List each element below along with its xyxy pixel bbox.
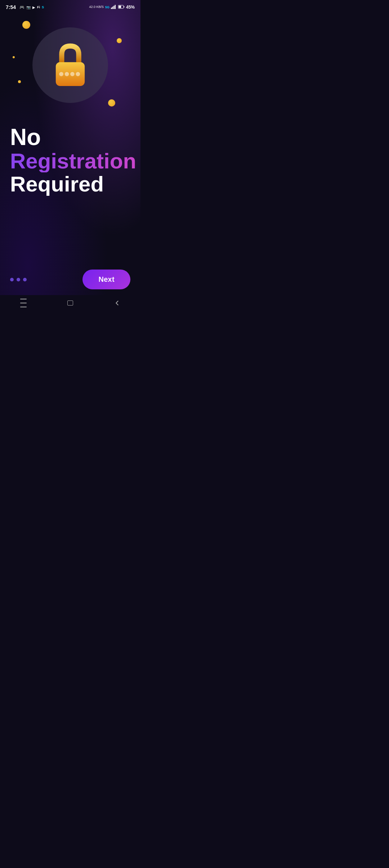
battery-icon (118, 5, 125, 10)
network-type: 5G (105, 5, 109, 9)
fi-icon: Fi (37, 5, 40, 9)
svg-rect-0 (111, 8, 112, 9)
status-bar: 7:54 🎮 📷 ▶ Fi S 42.0 KB/S 5G (0, 0, 140, 13)
svg-rect-3 (115, 5, 116, 9)
icon-area (10, 27, 130, 103)
headline-line3: Required (10, 172, 136, 196)
lock-icon (49, 42, 92, 89)
float-dot-5 (13, 56, 15, 58)
page-dot-2 (17, 278, 20, 281)
svg-point-11 (76, 72, 80, 76)
page-dots (10, 278, 27, 281)
battery-percent: 45% (126, 5, 135, 10)
signal-bars (111, 5, 117, 10)
bottom-area: Next (0, 262, 140, 295)
status-icons-left: 🎮 📷 ▶ Fi S (19, 5, 44, 10)
float-dot-1 (22, 21, 30, 29)
status-bar-left: 7:54 🎮 📷 ▶ Fi S (6, 4, 44, 10)
svg-point-10 (70, 72, 75, 76)
headline-line1: No (10, 125, 136, 150)
back-button[interactable] (111, 299, 123, 307)
svg-rect-6 (119, 6, 121, 8)
instagram-icon: 📷 (26, 5, 31, 9)
svg-point-8 (59, 72, 63, 76)
float-dot-3 (18, 80, 21, 83)
svg-rect-1 (112, 7, 113, 9)
screen: 7:54 🎮 📷 ▶ Fi S 42.0 KB/S 5G (0, 0, 140, 313)
headline: No Registration Required (10, 125, 136, 196)
float-dot-2 (117, 38, 122, 43)
square-icon (67, 300, 73, 306)
nav-bar (0, 295, 140, 313)
icon-circle (32, 27, 108, 103)
svg-rect-5 (124, 6, 124, 8)
main-content: No Registration Required (0, 13, 140, 262)
headline-line2: Registration (10, 150, 136, 172)
next-button[interactable]: Next (82, 270, 130, 289)
page-dot-1 (10, 278, 14, 281)
sketchware-icon: S (42, 5, 44, 9)
network-speed: 42.0 KB/S (89, 5, 104, 9)
svg-point-9 (65, 72, 69, 76)
float-dot-4 (108, 99, 115, 107)
status-time: 7:54 (6, 4, 16, 10)
back-arrow-icon (113, 299, 121, 307)
hamburger-menu-icon[interactable] (18, 299, 29, 307)
status-right: 42.0 KB/S 5G 45% (89, 5, 135, 10)
svg-rect-2 (113, 6, 115, 9)
game-icon: 🎮 (19, 5, 24, 10)
page-dot-3 (23, 278, 27, 281)
home-button[interactable] (64, 299, 76, 307)
youtube-icon: ▶ (32, 5, 35, 9)
